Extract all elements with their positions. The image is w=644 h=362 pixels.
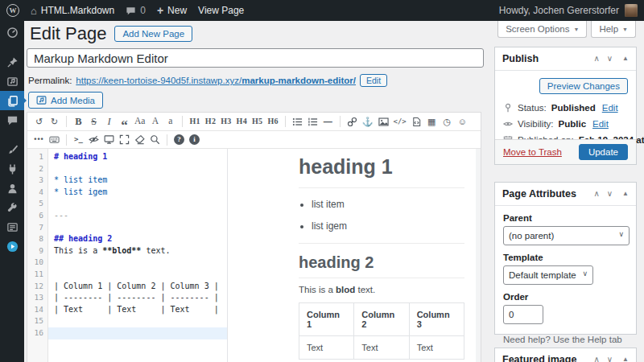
code-editor-pane[interactable]: # heading 1* list item* list igem---## h… (48, 149, 227, 362)
undo-button[interactable]: ↺ (31, 114, 47, 130)
code-line-5[interactable] (48, 198, 227, 210)
code-line-7[interactable] (48, 222, 227, 234)
sidebar-item-media[interactable] (0, 72, 24, 91)
preview-changes-button[interactable]: Preview Changes (539, 78, 628, 94)
order-input[interactable] (503, 305, 543, 324)
more-options-button[interactable]: ••• (31, 132, 47, 147)
featured-image-header[interactable]: Featured image ∧ ∨ ▲ (495, 348, 636, 362)
move-down-icon[interactable]: ∨ (607, 190, 613, 198)
markdown-preview-pane[interactable]: heading 1 list itemlist igem heading 2 T… (227, 149, 481, 362)
heading-4-button[interactable]: H4 (234, 114, 250, 130)
code-line-2[interactable] (48, 163, 227, 175)
help-tab[interactable]: Help ▼ (591, 21, 636, 38)
strikethrough-button[interactable]: S (86, 114, 101, 130)
code-block-button[interactable] (409, 114, 424, 130)
table-button[interactable]: ▦ (424, 114, 440, 130)
toggle-panel-icon[interactable]: ▲ (622, 56, 629, 62)
wordpress-logo-menu[interactable]: W (6, 4, 19, 17)
view-page-menu[interactable]: View Page (198, 5, 244, 16)
sidebar-item-comments[interactable] (0, 110, 24, 130)
fullscreen-button[interactable] (117, 132, 132, 147)
heading-6-button[interactable]: H6 (265, 114, 280, 130)
help-button[interactable]: ? (171, 132, 187, 147)
site-name-menu[interactable]: ⌂ HTML.Markdown (31, 5, 114, 16)
heading-3-button[interactable]: H3 (218, 114, 233, 130)
code-line-10[interactable] (48, 257, 227, 269)
heading-5-button[interactable]: H5 (250, 114, 265, 130)
terminal-view-button[interactable]: >_ (71, 132, 86, 147)
screen-options-tab[interactable]: Screen Options ▼ (497, 21, 587, 38)
bold-button[interactable]: B (71, 114, 86, 130)
lowercase-button[interactable]: a (163, 114, 178, 130)
update-button[interactable]: Update (579, 144, 628, 160)
link-button[interactable] (345, 114, 360, 130)
sidebar-item-plugins[interactable] (0, 159, 24, 179)
edit-visibility-link[interactable]: Edit (592, 119, 609, 129)
italic-button[interactable]: I (101, 114, 117, 130)
move-to-trash-link[interactable]: Move to Trash (503, 147, 562, 157)
publish-box-header[interactable]: Publish ∧ ∨ ▲ (495, 47, 636, 71)
page-attributes-body: Parent (no parent) Template Default temp… (495, 206, 636, 362)
toggle-panel-icon[interactable]: ▲ (622, 356, 629, 362)
sidebar-item-pages[interactable] (0, 91, 24, 110)
code-line-16[interactable] (48, 327, 227, 339)
move-up-icon[interactable]: ∧ (593, 190, 599, 198)
code-line-3[interactable]: * list item (48, 175, 227, 187)
heading-2-button[interactable]: H2 (203, 114, 218, 130)
sidebar-item-instawp[interactable] (0, 237, 24, 256)
anchor-button[interactable]: ⚓ (360, 114, 376, 130)
ordered-list-button[interactable] (305, 114, 320, 130)
search-button[interactable] (147, 132, 163, 147)
code-line-15[interactable] (48, 315, 227, 327)
permalink-link[interactable]: https://keen-tortoise-940d5f.instawp.xyz… (76, 76, 356, 85)
page-header: Edit Page Add New Page (30, 25, 192, 43)
sidebar-item-dashboard[interactable] (0, 23, 24, 42)
keyboard-shortcuts-button[interactable] (47, 132, 62, 147)
howdy-account-menu[interactable]: Howdy, Jochen Gererstorfer (499, 5, 619, 16)
edit-status-link[interactable]: Edit (602, 103, 618, 113)
code-line-11[interactable] (48, 269, 227, 281)
template-select[interactable]: Default template (503, 265, 593, 285)
move-down-icon[interactable]: ∨ (607, 55, 613, 63)
sidebar-item-posts[interactable] (0, 52, 24, 72)
comments-menu[interactable]: 0 (126, 5, 146, 16)
horizontal-rule-button[interactable]: — (320, 114, 336, 130)
emoji-button[interactable]: ☺ (455, 114, 470, 130)
code-line-6[interactable]: --- (48, 210, 227, 222)
inline-code-button[interactable]: </> (391, 114, 409, 130)
sidebar-item-appearance[interactable] (0, 140, 24, 159)
clear-formatting-button[interactable] (132, 132, 147, 147)
clock-button[interactable]: ◷ (440, 114, 455, 130)
heading-1-button[interactable]: H1 (187, 114, 202, 130)
add-new-page-button[interactable]: Add New Page (114, 26, 192, 42)
code-line-1[interactable]: # heading 1 (48, 151, 227, 163)
font-case-button[interactable]: Aa (132, 114, 147, 130)
sidebar-item-tools[interactable] (0, 198, 24, 217)
image-button[interactable] (376, 114, 391, 130)
code-line-14[interactable]: | Text | Text | Text | (48, 304, 227, 316)
new-content-menu[interactable]: + New (157, 5, 187, 16)
code-line-4[interactable]: * list igem (48, 187, 227, 199)
post-title-input[interactable] (27, 48, 484, 68)
code-line-12[interactable]: | Column 1 | Column 2 | Column 3 | (48, 281, 227, 293)
redo-button[interactable]: ↻ (47, 114, 62, 130)
move-up-icon[interactable]: ∧ (593, 55, 599, 63)
uppercase-button[interactable]: A (147, 114, 163, 130)
sidebar-item-settings[interactable] (0, 217, 24, 237)
code-line-13[interactable]: | -------- | -------- | -------- | (48, 292, 227, 304)
parent-select[interactable]: (no parent) (503, 226, 630, 245)
code-line-8[interactable]: ## heading 2 (48, 233, 227, 245)
edit-permalink-button[interactable]: Edit (360, 74, 387, 87)
unordered-list-button[interactable] (290, 114, 305, 130)
page-attributes-header[interactable]: Page Attributes ∧ ∨ ▲ (495, 183, 636, 206)
move-up-icon[interactable]: ∧ (593, 356, 599, 362)
desktop-preview-button[interactable] (101, 132, 117, 147)
move-down-icon[interactable]: ∨ (607, 356, 613, 362)
blockquote-button[interactable]: “ (117, 114, 132, 130)
hide-preview-button[interactable] (86, 132, 101, 147)
add-media-button[interactable]: Add Media (28, 92, 103, 109)
code-line-9[interactable]: This is a **blod** text. (48, 245, 227, 257)
sidebar-item-users[interactable] (0, 179, 24, 198)
toggle-panel-icon[interactable]: ▲ (622, 191, 629, 197)
info-button[interactable]: i (187, 132, 202, 147)
